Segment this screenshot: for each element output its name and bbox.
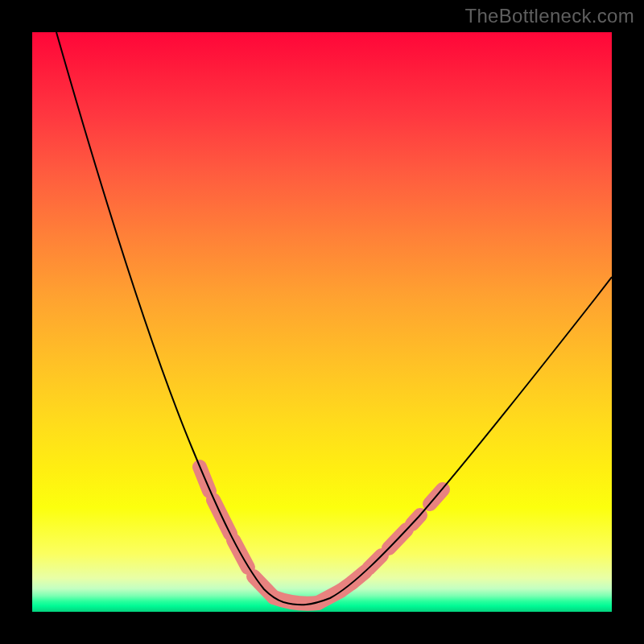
bottleneck-curve	[56, 32, 612, 605]
highlight-beads	[200, 467, 443, 604]
curve-layer	[32, 32, 612, 612]
plot-area	[32, 32, 612, 612]
chart-frame: TheBottleneck.com	[0, 0, 644, 644]
watermark-text: TheBottleneck.com	[464, 5, 634, 27]
